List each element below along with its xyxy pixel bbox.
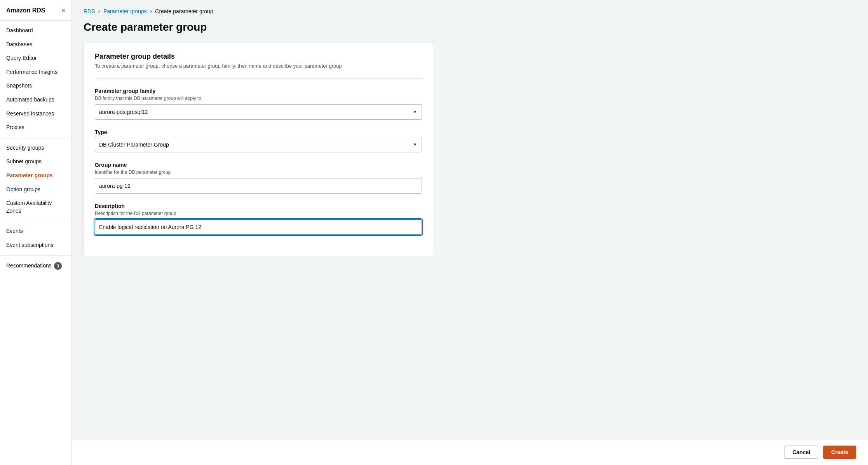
sidebar-header: Amazon RDS × [0,0,71,21]
sidebar-badge-recommendations: 3 [54,262,62,270]
sidebar-divider [0,255,71,256]
breadcrumb-rds-link[interactable]: RDS [84,8,95,14]
main-content: RDS › Parameter groups › Create paramete… [72,0,868,439]
form-card: Parameter group details To create a para… [84,43,433,257]
type-group: Type DB Cluster Parameter GroupDB Parame… [95,129,422,152]
group-name-group: Group name Identifier for the DB paramet… [95,162,422,194]
page-footer: Cancel Create [72,439,868,465]
create-button[interactable]: Create [823,446,856,459]
sidebar-close-button[interactable]: × [61,7,65,14]
description-input[interactable] [95,219,422,235]
type-select[interactable]: DB Cluster Parameter GroupDB Parameter G… [95,137,422,152]
sidebar-item-snapshots[interactable]: Snapshots [0,79,71,93]
breadcrumb-sep-2: › [150,8,152,15]
sidebar-item-events[interactable]: Events [0,224,71,238]
breadcrumb: RDS › Parameter groups › Create paramete… [84,8,856,15]
form-divider [95,78,422,79]
sidebar-title: Amazon RDS [6,7,45,14]
sidebar-divider [0,221,71,221]
family-select-wrapper: aurora-postgresql12aurora-postgresql13au… [95,104,422,120]
sidebar-item-performance-insights[interactable]: Performance Insights [0,65,71,79]
sidebar-item-parameter-groups[interactable]: Parameter groups [0,169,71,183]
group-name-sublabel: Identifier for the DB parameter group [95,170,422,175]
page-title: Create parameter group [84,21,856,33]
sidebar-item-databases[interactable]: Databases [0,38,71,52]
description-sublabel: Description for the DB parameter group [95,211,422,216]
sidebar-item-recommendations[interactable]: Recommendations3 [0,259,71,273]
sidebar-nav: DashboardDatabasesQuery EditorPerformanc… [0,21,71,276]
main-area: RDS › Parameter groups › Create paramete… [72,0,868,465]
sidebar-item-subnet-groups[interactable]: Subnet groups [0,155,71,169]
sidebar-item-option-groups[interactable]: Option groups [0,183,71,197]
form-section-title: Parameter group details [95,52,422,61]
sidebar-item-custom-availability-zones[interactable]: Custom Availability Zones [0,196,71,218]
group-name-input[interactable] [95,178,422,194]
type-select-wrapper: DB Cluster Parameter GroupDB Parameter G… [95,137,422,152]
family-label: Parameter group family [95,88,422,94]
sidebar-item-security-groups[interactable]: Security groups [0,141,71,155]
form-section-desc: To create a parameter group, choose a pa… [95,63,422,69]
breadcrumb-sep-1: › [98,8,100,15]
sidebar-divider [0,138,71,138]
family-group: Parameter group family DB family that th… [95,88,422,120]
sidebar-item-dashboard[interactable]: Dashboard [0,24,71,38]
family-select[interactable]: aurora-postgresql12aurora-postgresql13au… [95,104,422,120]
breadcrumb-current: Create parameter group [155,8,213,14]
cancel-button[interactable]: Cancel [784,446,818,459]
type-label: Type [95,129,422,135]
group-name-label: Group name [95,162,422,168]
family-sublabel: DB family that this DB parameter group w… [95,96,422,101]
sidebar-item-automated-backups[interactable]: Automated backups [0,93,71,107]
sidebar-item-event-subscriptions[interactable]: Event subscriptions [0,238,71,252]
description-group: Description Description for the DB param… [95,203,422,235]
sidebar: Amazon RDS × DashboardDatabasesQuery Edi… [0,0,72,465]
sidebar-item-reserved-instances[interactable]: Reserved instances [0,107,71,121]
breadcrumb-parameter-groups-link[interactable]: Parameter groups [103,8,147,14]
description-label: Description [95,203,422,209]
sidebar-item-query-editor[interactable]: Query Editor [0,51,71,65]
sidebar-item-proxies[interactable]: Proxies [0,121,71,135]
